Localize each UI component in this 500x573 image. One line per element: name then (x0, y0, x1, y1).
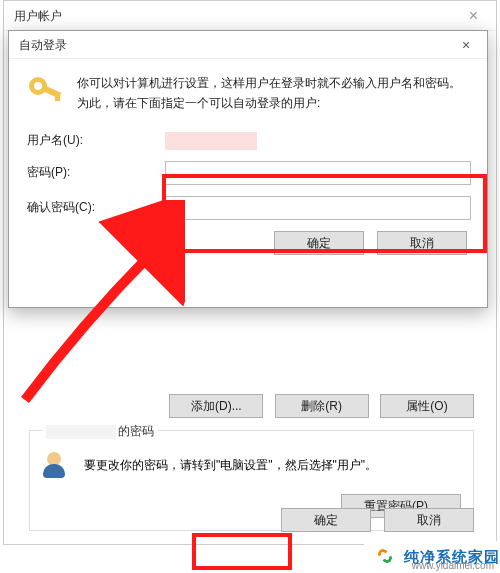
outer-titlebar[interactable]: 用户帐户 × (4, 1, 496, 31)
password-input[interactable] (165, 161, 471, 185)
user-list-buttons: 添加(D)... 删除(R) 属性(O) (161, 394, 474, 418)
password-title-suffix: 的密码 (118, 424, 154, 438)
inner-titlebar[interactable]: 自动登录 × (9, 31, 487, 59)
watermark-logo-icon (374, 545, 398, 569)
inner-ok-button[interactable]: 确定 (274, 231, 364, 255)
outer-title: 用户帐户 (14, 1, 62, 30)
add-button[interactable]: 添加(D)... (169, 394, 263, 418)
ok-button[interactable]: 确定 (281, 508, 371, 532)
confirm-password-label: 确认密码(C): (25, 199, 165, 216)
user-key-icon (42, 450, 74, 482)
username-value-redacted (165, 132, 257, 150)
auto-login-dialog: 自动登录 × 你可以对计算机进行设置，这样用户在登录时就不必输入用户名和密码。为… (8, 30, 488, 308)
key-icon (29, 73, 61, 105)
close-icon[interactable]: × (451, 1, 496, 30)
auto-login-info: 你可以对计算机进行设置，这样用户在登录时就不必输入用户名和密码。为此，请在下面指… (77, 73, 471, 114)
confirm-password-input[interactable] (165, 196, 471, 220)
password-change-msg: 要更改你的密码，请转到"电脑设置"，然后选择"用户"。 (84, 456, 461, 475)
close-icon[interactable]: × (445, 31, 487, 58)
remove-button[interactable]: 删除(R) (275, 394, 369, 418)
outer-bottom-buttons: 确定 取消 (271, 508, 474, 532)
inner-cancel-button[interactable]: 取消 (377, 231, 467, 255)
properties-button[interactable]: 属性(O) (380, 394, 474, 418)
redacted-username (46, 425, 116, 439)
password-label: 密码(P): (25, 164, 165, 181)
inner-title: 自动登录 (19, 31, 67, 58)
password-groupbox-title: 的密码 (42, 423, 158, 440)
inner-dialog-buttons: 确定 取消 (25, 231, 471, 255)
auto-login-form: 用户名(U): 密码(P): 确认密码(C): (25, 132, 471, 220)
cancel-button[interactable]: 取消 (384, 508, 474, 532)
username-label: 用户名(U): (25, 132, 165, 149)
watermark-url: www.yidaimei.com (412, 560, 494, 571)
